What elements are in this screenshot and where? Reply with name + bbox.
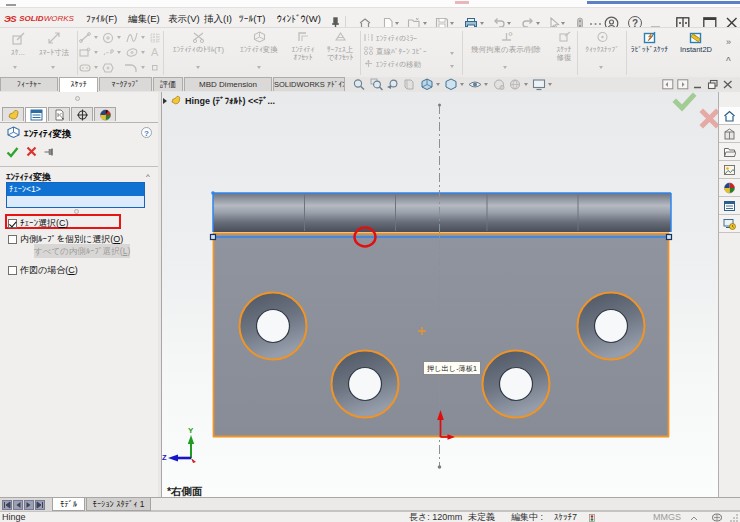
tab-model[interactable]: ﾓﾃﾞﾙ — [52, 498, 85, 511]
status-units[interactable]: MMGS — [653, 512, 681, 522]
inner-loops-checkbox[interactable] — [8, 235, 17, 244]
linear-pattern-icon[interactable] — [363, 46, 374, 55]
graphics-viewport[interactable]: Y Z 押し出し-薄板1 — [162, 92, 718, 497]
model-canvas[interactable]: Y Z 押し出し-薄板1 — [162, 92, 718, 497]
hole[interactable] — [240, 293, 307, 360]
apply-scene-caret[interactable] — [524, 83, 528, 86]
document-restore-button[interactable] — [707, 79, 719, 90]
offset-entities-button[interactable]: ｴﾝﾃｨﾃｨｵﾌｾｯﾄ — [286, 31, 320, 62]
ribbon-collapse-button[interactable]: ^ — [726, 56, 731, 67]
quick-snaps-button[interactable]: ｸｨｯｸｽﾅｯﾌﾟ — [580, 31, 624, 54]
new-file-caret[interactable] — [395, 22, 399, 25]
go-to-start-button[interactable] — [2, 500, 12, 510]
tab-property-manager[interactable] — [25, 107, 47, 122]
sketch-button[interactable]: ｽｹ... — [0, 32, 36, 57]
next-frame-button[interactable] — [24, 500, 34, 510]
task-pane-file-explorer[interactable] — [719, 143, 740, 161]
smart-dimension-caret[interactable] — [51, 66, 55, 69]
tab-solidworks-addins[interactable]: SOLIDWORKS ｱﾄﾞｲﾝ — [273, 77, 345, 91]
fillet-tool-icon[interactable] — [124, 62, 138, 73]
cancel-button[interactable] — [26, 146, 37, 157]
rectangle-tool-icon[interactable] — [79, 47, 91, 58]
tag-icon[interactable] — [712, 513, 722, 522]
selection-item-chain1[interactable]: ﾁｪｰﾝ<1> — [7, 183, 144, 196]
document-minimize-button[interactable] — [692, 79, 704, 90]
pm-help-icon[interactable]: ? — [141, 127, 152, 138]
task-pane-appearances[interactable] — [719, 179, 740, 197]
save-caret[interactable] — [450, 22, 454, 25]
ribbon-overflow-button[interactable]: » — [726, 37, 731, 47]
tab-features[interactable]: ﾌｨｰﾁｬｰ — [0, 77, 58, 91]
move-entities-label[interactable]: ｴﾝﾃｨﾃｨの移動 — [376, 60, 421, 70]
previous-view-icon[interactable] — [386, 78, 400, 91]
units-caret-icon[interactable] — [690, 516, 698, 521]
spline-tool-caret[interactable] — [141, 36, 145, 39]
surface-offset-button[interactable]: ｻｰﾌｪｽ上でｵﾌｾｯﾄ — [321, 31, 359, 62]
mirror-entities-icon[interactable] — [363, 33, 374, 42]
menu-insert[interactable]: 挿入(I) — [204, 11, 232, 26]
slot-tool-icon[interactable] — [79, 62, 91, 73]
text-tool-icon[interactable]: A — [149, 46, 161, 58]
section-view-icon[interactable] — [402, 78, 416, 91]
rectangle-tool-caret[interactable] — [94, 51, 98, 54]
flyout-expand-icon[interactable] — [163, 98, 167, 104]
arc-tool-caret[interactable] — [117, 51, 121, 54]
ellipse-tool-caret[interactable] — [141, 51, 145, 54]
hinge-barrel[interactable] — [211, 191, 671, 232]
convert-entities-caret[interactable] — [257, 66, 261, 69]
previous-document-button[interactable] — [662, 79, 674, 90]
confirmation-corner[interactable] — [676, 96, 716, 125]
circle-tool-caret[interactable] — [117, 36, 121, 39]
move-entities-icon[interactable] — [363, 59, 374, 68]
menu-window[interactable]: ｳｨﾝﾄﾞｳ(W) — [277, 11, 321, 26]
task-pane-home[interactable] — [719, 107, 740, 125]
ok-button[interactable] — [6, 146, 19, 158]
hole[interactable] — [332, 351, 399, 418]
circle-tool-icon[interactable] — [102, 32, 114, 43]
menu-tools[interactable]: ﾂｰﾙ(T) — [239, 11, 265, 26]
polygon-tool-icon[interactable] — [102, 62, 114, 73]
tab-motion-study[interactable]: ﾓｰｼｮﾝ ｽﾀﾃﾞｨ 1 — [86, 498, 151, 511]
print-caret[interactable] — [480, 22, 484, 25]
ellipse-tool-icon[interactable] — [126, 47, 138, 58]
tab-feature-manager[interactable] — [2, 107, 24, 121]
tab-dimxpert-manager[interactable] — [71, 107, 93, 121]
sketch-caret[interactable] — [13, 66, 17, 69]
confirm-cancel-icon[interactable] — [703, 112, 716, 125]
linear-pattern-caret[interactable] — [450, 52, 454, 55]
open-file-caret[interactable] — [423, 22, 427, 25]
menu-edit[interactable]: 編集(E) — [128, 11, 160, 26]
chain-selection-checkbox[interactable] — [8, 219, 17, 228]
menu-view[interactable]: 表示(V) — [168, 11, 200, 26]
display-style-caret[interactable] — [460, 83, 464, 86]
line-tool-caret[interactable] — [94, 36, 98, 39]
menu-file[interactable]: ﾌｧｲﾙ(F) — [86, 11, 117, 26]
apply-scene-icon[interactable] — [508, 78, 522, 91]
repair-sketch-button[interactable]: ｽｹｯﾁ修復 — [549, 31, 579, 62]
arc-tool-icon[interactable] — [102, 47, 114, 58]
view-settings-icon[interactable] — [532, 78, 546, 91]
go-to-end-button[interactable] — [35, 500, 45, 510]
trim-entities-caret[interactable] — [196, 66, 200, 69]
display-relations-button[interactable]: 幾何拘束の表示/削除 — [466, 31, 546, 54]
document-close-button[interactable] — [722, 79, 734, 90]
quick-snaps-caret[interactable] — [599, 66, 603, 69]
pm-group-collapse-icon[interactable]: ^ — [146, 172, 150, 181]
spline-tool-icon[interactable] — [126, 32, 138, 43]
pin-button[interactable] — [44, 148, 56, 156]
hole[interactable] — [578, 293, 645, 360]
smart-dimension-button[interactable]: ｽﾏｰﾄ寸法 — [33, 32, 75, 57]
task-pane-custom-properties[interactable] — [719, 197, 740, 215]
mirror-entities-label[interactable]: ｴﾝﾃｨﾃｨのﾐﾗｰ — [376, 34, 417, 43]
previous-frame-button[interactable] — [13, 500, 23, 510]
linear-pattern-label[interactable]: 直線ﾊﾟﾀｰﾝ ｺﾋﾟｰ — [376, 47, 427, 57]
instant2d-button[interactable]: Instant2D — [674, 31, 718, 54]
edit-appearance-icon[interactable] — [492, 78, 506, 91]
task-pane-solidworks-cam[interactable] — [719, 215, 740, 233]
fillet-tool-caret[interactable] — [141, 66, 145, 69]
tab-mbd-dimension[interactable]: MBD Dimension — [184, 77, 272, 91]
tab-evaluate[interactable]: 評価 — [153, 77, 183, 91]
construction-checkbox[interactable] — [8, 266, 17, 275]
tab-display-manager[interactable] — [94, 107, 116, 121]
convert-entities-button[interactable]: ｴﾝﾃｨﾃｨ変換 — [236, 31, 282, 54]
